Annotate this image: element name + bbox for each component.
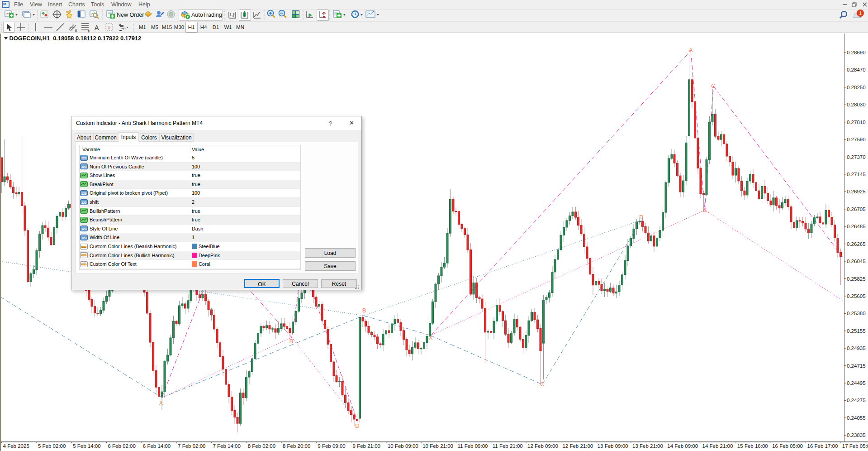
svg-text:D1: D1	[213, 24, 219, 30]
svg-text:11 Feb 09:00: 11 Feb 09:00	[458, 443, 488, 449]
svg-text:10 Feb 09:00: 10 Feb 09:00	[388, 443, 418, 449]
svg-text:13 Feb 09:00: 13 Feb 09:00	[598, 443, 628, 449]
svg-text:0.28690: 0.28690	[847, 50, 866, 55]
svg-text:0.25155: 0.25155	[847, 328, 866, 334]
svg-text:A: A	[95, 24, 99, 31]
svg-text:M1: M1	[139, 24, 146, 30]
svg-text:17 Feb 05:00: 17 Feb 05:00	[842, 443, 868, 449]
svg-text:15 Feb 16:00: 15 Feb 16:00	[737, 443, 768, 449]
svg-text:0.24495: 0.24495	[847, 380, 866, 386]
svg-text:0.27810: 0.27810	[847, 120, 866, 125]
svg-text:5 Feb 14:00: 5 Feb 14:00	[73, 443, 100, 449]
svg-text:0.26265: 0.26265	[847, 241, 866, 247]
svg-text:0.26485: 0.26485	[847, 224, 866, 229]
svg-text:16 Feb 05:00: 16 Feb 05:00	[772, 443, 803, 449]
svg-text:9 Feb 09:00: 9 Feb 09:00	[318, 443, 345, 449]
svg-text:6 Feb 14:00: 6 Feb 14:00	[143, 443, 171, 449]
svg-text:11 Feb 21:00: 11 Feb 21:00	[493, 443, 523, 449]
svg-text:0.27590: 0.27590	[847, 137, 866, 142]
svg-text:X: X	[159, 399, 163, 406]
svg-text:12 Feb 21:00: 12 Feb 21:00	[562, 443, 593, 449]
svg-text:0.25605: 0.25605	[847, 293, 866, 299]
svg-text:B: B	[289, 338, 294, 345]
svg-text:D: D	[639, 214, 643, 221]
svg-text:D: D	[355, 422, 359, 429]
svg-text:W1: W1	[224, 24, 232, 30]
svg-text:0.26925: 0.26925	[847, 189, 866, 194]
svg-text:B: B	[703, 206, 707, 213]
svg-text:M5: M5	[151, 24, 158, 30]
svg-text:B: B	[362, 307, 366, 314]
svg-text:5 Feb 02:00: 5 Feb 02:00	[38, 443, 66, 449]
svg-text:0.25825: 0.25825	[847, 276, 866, 282]
svg-text:F: F	[88, 30, 90, 33]
svg-text:AutoTrading: AutoTrading	[191, 12, 222, 18]
svg-text:E: E	[75, 29, 77, 32]
svg-text:C: C	[711, 82, 715, 89]
svg-text:12 Feb 09:00: 12 Feb 09:00	[527, 443, 558, 449]
svg-text:9 Feb 21:00: 9 Feb 21:00	[353, 443, 380, 449]
svg-text:DOGECOIN,H1 0.18058 0.18112 0: DOGECOIN,H1 0.18058 0.18112 0.17822 0.17…	[9, 35, 142, 42]
svg-text:13 Feb 21:00: 13 Feb 21:00	[632, 443, 663, 449]
svg-text:A: A	[689, 47, 693, 53]
svg-text:H4: H4	[200, 24, 207, 30]
svg-text:0.26045: 0.26045	[847, 259, 866, 264]
svg-text:0.27370: 0.27370	[847, 154, 866, 160]
svg-text:10 Feb 21:00: 10 Feb 21:00	[422, 443, 453, 449]
svg-text:0.27145: 0.27145	[847, 172, 866, 177]
svg-text:8 Feb 02:00: 8 Feb 02:00	[248, 443, 275, 449]
svg-text:0.24715: 0.24715	[847, 363, 866, 369]
svg-text:T: T	[108, 25, 111, 30]
svg-text:MN: MN	[236, 24, 244, 30]
svg-text:0.28250: 0.28250	[847, 85, 866, 90]
svg-text:New Order: New Order	[117, 12, 144, 18]
svg-text:0.24935: 0.24935	[847, 345, 866, 351]
svg-text:0.24275: 0.24275	[847, 398, 866, 403]
svg-text:M30: M30	[174, 24, 184, 30]
svg-text:8 Feb 20:00: 8 Feb 20:00	[283, 443, 310, 449]
svg-text:7 Feb 14:00: 7 Feb 14:00	[213, 443, 240, 449]
svg-text:M15: M15	[162, 24, 172, 30]
svg-text:16 Feb 17:00: 16 Feb 17:00	[807, 443, 838, 449]
svg-text:C: C	[540, 381, 544, 388]
svg-text:1: 1	[859, 10, 862, 16]
svg-text:14 Feb 21:00: 14 Feb 21:00	[702, 443, 733, 449]
svg-text:4 Feb 2025: 4 Feb 2025	[3, 443, 29, 449]
svg-text:0.25380: 0.25380	[847, 311, 866, 316]
svg-text:0.28470: 0.28470	[847, 67, 866, 72]
svg-text:H1: H1	[188, 24, 195, 30]
svg-text:14 Feb 09:00: 14 Feb 09:00	[667, 443, 698, 449]
svg-text:0.26705: 0.26705	[847, 206, 866, 212]
svg-text:0.24055: 0.24055	[847, 415, 866, 421]
svg-text:6 Feb 02:00: 6 Feb 02:00	[108, 443, 136, 449]
svg-text:0.28030: 0.28030	[847, 102, 866, 107]
svg-text:7 Feb 02:00: 7 Feb 02:00	[178, 443, 205, 449]
svg-text:0.23835: 0.23835	[847, 432, 866, 438]
